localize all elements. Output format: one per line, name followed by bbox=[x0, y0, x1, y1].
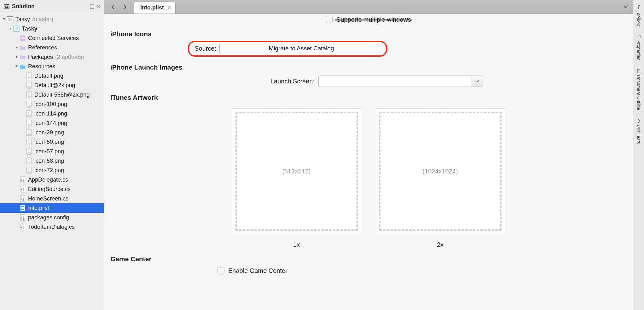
tree-item-label: icon-100.png bbox=[34, 101, 67, 107]
svg-rect-10 bbox=[15, 27, 18, 30]
tree-item-label: AppDelegate.cs bbox=[28, 177, 68, 183]
nav-back-button[interactable] bbox=[108, 2, 118, 12]
artwork-placeholder-1x: (512x512) bbox=[235, 112, 358, 231]
tree-file[interactable]: icon-58.png bbox=[0, 156, 104, 166]
unit-tests-icon bbox=[636, 118, 641, 123]
tab-document-outline[interactable]: Document Outline bbox=[635, 67, 642, 112]
tree-file[interactable]: icon-100.png bbox=[0, 99, 104, 109]
csharp-file-icon: {} bbox=[19, 186, 26, 193]
tree-project[interactable]: Tasky bbox=[0, 24, 104, 33]
enable-game-center-label: Enable Game Center bbox=[228, 267, 287, 274]
nav-forward-button[interactable] bbox=[120, 2, 129, 12]
solution-pad-close-icon[interactable] bbox=[97, 5, 101, 8]
svg-point-31 bbox=[28, 150, 29, 151]
tree-packages[interactable]: Packages (2 updates) bbox=[0, 52, 104, 62]
svg-rect-2 bbox=[7, 5, 9, 6]
tree-file[interactable]: Default@2x.png bbox=[0, 81, 104, 90]
tree-file[interactable]: icon-114.png bbox=[0, 109, 104, 118]
tree-file[interactable]: icon-50.png bbox=[0, 137, 104, 147]
svg-rect-3 bbox=[5, 7, 8, 8]
disclosure-down-icon[interactable] bbox=[15, 64, 19, 69]
source-label: Source: bbox=[192, 45, 219, 52]
disclosure-down-icon[interactable] bbox=[8, 26, 13, 31]
tree-item-label: Default-568h@2x.png bbox=[34, 92, 90, 98]
section-iphone-icons: iPhone Icons bbox=[110, 30, 626, 38]
migrate-asset-catalog-button[interactable]: Migrate to Asset Catalog bbox=[219, 43, 383, 54]
tree-item-label: EditingSource.cs bbox=[28, 186, 71, 192]
tree-item-label: icon-114.png bbox=[34, 111, 67, 116]
solution-pad-dock-icon[interactable] bbox=[90, 4, 94, 9]
tree-file[interactable]: {}AppDelegate.cs bbox=[0, 175, 104, 184]
tree-file[interactable]: {}packages.config bbox=[0, 213, 104, 222]
svg-point-29 bbox=[28, 140, 29, 141]
tree-file[interactable]: Default.png bbox=[0, 71, 104, 81]
image-file-icon bbox=[26, 101, 32, 108]
document-outline-icon bbox=[636, 69, 641, 74]
tab-close-icon[interactable] bbox=[166, 5, 172, 10]
twisty-placeholder bbox=[21, 83, 25, 87]
tree-item-label: icon-58.png bbox=[34, 158, 64, 164]
tree-file[interactable]: {}EditingSource.cs bbox=[0, 184, 104, 194]
solution-tree[interactable]: Tasky (master) Tasky Connected Services … bbox=[0, 13, 104, 310]
cutoff-text: Supports multiple windows bbox=[336, 16, 411, 23]
solution-pad-header: Solution bbox=[0, 0, 104, 13]
artwork-size-2x: (1024x1024) bbox=[422, 168, 458, 175]
tree-file[interactable]: icon-29.png bbox=[0, 128, 104, 137]
tab-unit-tests[interactable]: Unit Tests bbox=[635, 116, 642, 146]
tab-unit-tests-label: Unit Tests bbox=[636, 125, 641, 144]
tree-file[interactable]: {}TodoItemDialog.cs bbox=[0, 222, 104, 232]
disclosure-right-icon[interactable] bbox=[15, 55, 19, 59]
launch-screen-combo[interactable] bbox=[318, 76, 483, 87]
tree-file[interactable]: icon-144.png bbox=[0, 118, 104, 128]
tree-file[interactable]: icon-72.png bbox=[0, 166, 104, 175]
disclosure-right-icon[interactable] bbox=[15, 45, 19, 50]
artwork-well-2x[interactable]: (1024x1024) bbox=[376, 108, 505, 234]
image-file-icon bbox=[26, 167, 32, 174]
tree-references[interactable]: References bbox=[0, 43, 104, 52]
plist-editor[interactable]: Supports multiple windows iPhone Icons S… bbox=[104, 14, 633, 310]
tab-overflow-icon[interactable] bbox=[622, 3, 629, 11]
launch-screen-input[interactable] bbox=[318, 76, 472, 87]
artwork-well-1x[interactable]: (512x512) bbox=[232, 108, 361, 234]
tree-file[interactable]: Default-568h@2x.png bbox=[0, 90, 104, 99]
svg-point-35 bbox=[28, 169, 29, 170]
svg-rect-1 bbox=[5, 5, 6, 6]
disclosure-down-icon[interactable] bbox=[2, 17, 6, 21]
tree-connected-services[interactable]: Connected Services bbox=[0, 33, 104, 43]
tree-resources[interactable]: Resources bbox=[0, 62, 104, 71]
launch-screen-row: Launch Screen: bbox=[110, 76, 626, 87]
tree-item-label: Default@2x.png bbox=[34, 82, 75, 88]
artwork-label-2x: 2x bbox=[437, 241, 444, 248]
image-file-icon bbox=[26, 138, 32, 145]
tree-root-branch: (master) bbox=[31, 16, 53, 22]
tree-root[interactable]: Tasky (master) bbox=[0, 14, 104, 24]
twisty-placeholder bbox=[15, 196, 19, 201]
artwork-1x: (512x512) 1x bbox=[232, 108, 361, 248]
tree-file[interactable]: icon-57.png bbox=[0, 147, 104, 156]
project-icon bbox=[13, 25, 20, 32]
twisty-placeholder bbox=[21, 102, 25, 106]
svg-text:{}: {} bbox=[21, 226, 25, 229]
tab-properties[interactable]: Properties bbox=[635, 32, 642, 62]
cutoff-row: Supports multiple windows bbox=[110, 14, 626, 23]
tab-toolbox[interactable]: Toolbox bbox=[635, 3, 642, 28]
image-file-icon bbox=[26, 72, 32, 79]
artwork-placeholder-2x: (1024x1024) bbox=[379, 112, 502, 231]
editor-tab-label: Info.plist bbox=[140, 4, 164, 11]
tree-item-label: Default.png bbox=[34, 73, 63, 79]
twisty-placeholder bbox=[21, 130, 25, 135]
checkbox[interactable] bbox=[326, 16, 333, 23]
editor-tab[interactable]: Info.plist bbox=[134, 2, 176, 14]
svg-text:{}: {} bbox=[21, 197, 25, 201]
twisty-placeholder bbox=[21, 140, 25, 144]
image-file-icon bbox=[26, 110, 32, 117]
svg-rect-45 bbox=[21, 208, 24, 208]
enable-game-center-checkbox[interactable] bbox=[218, 268, 224, 274]
chevron-down-icon[interactable] bbox=[472, 76, 483, 87]
svg-rect-4 bbox=[90, 5, 94, 8]
tree-item-label: HomeScreen.cs bbox=[28, 196, 68, 201]
launch-screen-label: Launch Screen: bbox=[110, 78, 318, 85]
section-itunes-artwork: iTunes Artwork bbox=[110, 94, 626, 101]
tree-file-info-plist[interactable]: Info.plist bbox=[0, 203, 104, 213]
tree-file[interactable]: {}HomeScreen.cs bbox=[0, 194, 104, 203]
